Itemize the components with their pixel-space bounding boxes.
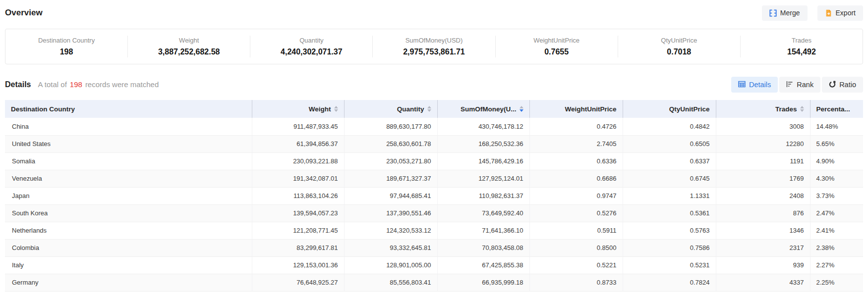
cell-destination-country: Somalia [5, 152, 252, 170]
cell-trades: 4337 [716, 274, 810, 291]
stat-item-3: SumOfMoney(USD)2,975,753,861.71 [372, 36, 495, 57]
cell-sum-of-money: 66,935,999.18 [437, 274, 529, 291]
tab-label: Details [749, 81, 771, 89]
cell-weight: 83,299,617.81 [252, 239, 344, 256]
cell-weight-unit-price: 0.5911 [529, 222, 623, 239]
cell-qty-unit-price: 0.4842 [623, 118, 716, 135]
column-header-weight-unit-price: WeightUnitPrice [529, 100, 623, 118]
table-row: South Korea139,594,057.23137,390,551.467… [5, 204, 863, 222]
stat-label: Quantity [253, 37, 369, 44]
tab-rank[interactable]: Rank [779, 77, 820, 93]
cell-quantity: 137,390,551.46 [344, 204, 437, 222]
cell-percentage: 2.38% [810, 239, 863, 256]
cell-qty-unit-price: 0.6337 [623, 152, 716, 170]
cell-trades: 2408 [716, 187, 810, 204]
stat-item-2: Quantity4,240,302,071.37 [250, 36, 372, 57]
cell-sum-of-money: 145,786,429.16 [437, 152, 529, 170]
export-button-label: Export [836, 9, 856, 16]
tab-label: Rank [797, 81, 813, 89]
merge-icon [769, 9, 777, 17]
column-header-weight[interactable]: Weight [252, 100, 344, 118]
cell-trades: 3008 [716, 118, 810, 135]
cell-sum-of-money: 71,641,366.10 [437, 222, 529, 239]
column-header-destination-country: Destination Country [5, 100, 252, 118]
cell-percentage: 3.73% [810, 187, 863, 204]
cell-weight: 113,863,104.26 [252, 187, 344, 204]
stat-label: QtyUnitPrice [621, 37, 737, 44]
cell-qty-unit-price: 0.6745 [623, 170, 716, 187]
cell-weight-unit-price: 0.8733 [529, 274, 623, 291]
column-header-sum-of-money[interactable]: SumOfMoney(U... [437, 100, 529, 118]
stat-label: SumOfMoney(USD) [376, 37, 492, 44]
table-row: United States61,394,856.37258,630,601.78… [5, 135, 863, 152]
stat-item-0: Destination Country198 [5, 36, 127, 57]
cell-qty-unit-price: 1.1331 [623, 187, 716, 204]
cell-sum-of-money: 70,803,458.08 [437, 239, 529, 256]
stat-item-1: Weight3,887,252,682.58 [127, 36, 250, 57]
cell-weight: 139,594,057.23 [252, 204, 344, 222]
table-row: Venezuela191,342,087.01189,671,327.37127… [5, 170, 863, 187]
cell-destination-country: Venezuela [5, 170, 252, 187]
cell-qty-unit-price: 0.6505 [623, 135, 716, 152]
records-summary-prefix: A total of [38, 80, 66, 89]
cell-weight: 191,342,087.01 [252, 170, 344, 187]
cell-quantity: 128,901,005.00 [344, 256, 437, 274]
cell-weight-unit-price: 0.9747 [529, 187, 623, 204]
column-header-label: Weight [309, 105, 331, 113]
cell-sum-of-money: 110,982,631.37 [437, 187, 529, 204]
cell-weight: 61,394,856.37 [252, 135, 344, 152]
sort-icon[interactable] [427, 106, 431, 112]
cell-destination-country: Japan [5, 187, 252, 204]
cell-destination-country: Italy [5, 256, 252, 274]
cell-percentage: 2.27% [810, 256, 863, 274]
table-header-row: Destination CountryWeightQuantitySumOfMo… [5, 100, 863, 118]
table-row: China911,487,933.45889,630,177.80430,746… [5, 118, 863, 135]
cell-destination-country: China [5, 118, 252, 135]
cell-quantity: 189,671,327.37 [344, 170, 437, 187]
cell-weight-unit-price: 0.5276 [529, 204, 623, 222]
table-row: Somalia230,093,221.88230,053,271.80145,7… [5, 152, 863, 170]
sort-icon[interactable] [334, 106, 338, 112]
cell-weight-unit-price: 0.4726 [529, 118, 623, 135]
column-header-label: Trades [775, 105, 797, 113]
page-title: Overview [5, 8, 43, 18]
cell-percentage: 4.90% [810, 152, 863, 170]
cell-weight: 129,153,001.36 [252, 256, 344, 274]
column-header-percentage: Percenta... [810, 100, 863, 118]
stat-value: 0.7655 [499, 48, 615, 56]
cell-percentage: 4.30% [810, 170, 863, 187]
cell-trades: 1191 [716, 152, 810, 170]
cell-percentage: 14.48% [810, 118, 863, 135]
sort-icon[interactable] [520, 106, 523, 112]
merge-button[interactable]: Merge [762, 5, 808, 21]
cell-percentage: 2.47% [810, 204, 863, 222]
column-header-quantity[interactable]: Quantity [344, 100, 437, 118]
view-tabs: DetailsRankRatio [731, 77, 863, 93]
cell-weight: 911,487,933.45 [252, 118, 344, 135]
rank-icon [786, 81, 793, 89]
tab-ratio[interactable]: Ratio [822, 77, 863, 93]
cell-sum-of-money: 67,425,855.38 [437, 256, 529, 274]
tab-details[interactable]: Details [731, 77, 778, 93]
cell-quantity: 258,630,601.78 [344, 135, 437, 152]
column-header-trades[interactable]: Trades [716, 100, 810, 118]
cell-quantity: 85,556,803.41 [344, 274, 437, 291]
stat-value: 154,492 [744, 48, 860, 56]
cell-qty-unit-price: 0.7824 [623, 274, 716, 291]
stat-item-5: QtyUnitPrice0.7018 [618, 36, 740, 57]
sort-icon[interactable] [800, 106, 804, 112]
column-header-label: Destination Country [11, 105, 75, 113]
cell-trades: 876 [716, 204, 810, 222]
details-table: Destination CountryWeightQuantitySumOfMo… [5, 100, 863, 292]
cell-qty-unit-price: 0.5361 [623, 204, 716, 222]
details-icon [738, 81, 746, 89]
cell-weight-unit-price: 0.5221 [529, 256, 623, 274]
cell-quantity: 124,320,533.12 [344, 222, 437, 239]
cell-destination-country: Colombia [5, 239, 252, 256]
cell-quantity: 97,944,685.41 [344, 187, 437, 204]
column-header-label: WeightUnitPrice [565, 105, 616, 113]
cell-weight: 121,208,771.45 [252, 222, 344, 239]
export-button[interactable]: Export [817, 5, 863, 21]
table-row: Japan113,863,104.2697,944,685.41110,982,… [5, 187, 863, 204]
column-header-label: Quantity [397, 105, 424, 113]
